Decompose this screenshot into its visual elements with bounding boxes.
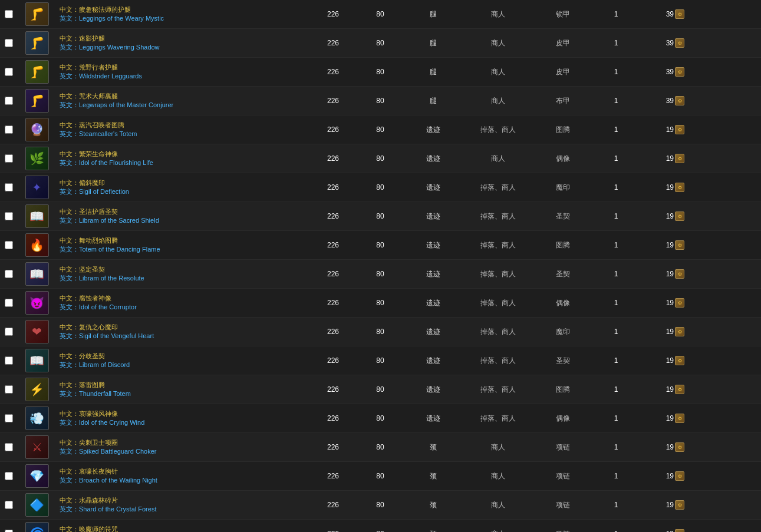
checkbox-input-11[interactable] bbox=[5, 299, 13, 307]
price-number-4: 39 bbox=[666, 97, 674, 105]
row-checkbox-18[interactable] bbox=[0, 500, 18, 510]
item-name-zh-7: 中文：偏斜魔印 bbox=[60, 179, 105, 187]
item-type-10: 圣契 bbox=[533, 268, 592, 280]
item-icon-13: 📖 bbox=[18, 348, 56, 374]
item-name-en-9: 英文：Totem of the Dancing Flame bbox=[60, 245, 160, 254]
row-checkbox-16[interactable] bbox=[0, 442, 18, 452]
item-name-8: 中文：圣洁护盾圣契 英文：Libram of the Sacred Shield bbox=[56, 206, 309, 226]
currency-icon-12: ⚙ bbox=[675, 327, 684, 336]
item-name-zh-8: 中文：圣洁护盾圣契 bbox=[60, 207, 118, 216]
price-number-9: 19 bbox=[666, 241, 674, 249]
row-checkbox-8[interactable] bbox=[0, 211, 18, 222]
item-type-3: 皮甲 bbox=[533, 66, 592, 78]
row-checkbox-17[interactable] bbox=[0, 471, 18, 481]
item-name-15: 中文：哀嚎强风神像 英文：Idol of the Crying Wind bbox=[56, 408, 309, 428]
item-name-9: 中文：舞动烈焰图腾 英文：Totem of the Dancing Flame bbox=[56, 235, 309, 255]
icon-image-3: 🦵 bbox=[25, 60, 49, 84]
checkbox-input-12[interactable] bbox=[5, 328, 13, 336]
item-type-11: 偶像 bbox=[533, 297, 592, 309]
item-name-zh-10: 中文：坚定圣契 bbox=[60, 265, 105, 274]
row-checkbox-7[interactable] bbox=[0, 182, 18, 193]
item-name-en-18: 英文：Shard of the Crystal Forest bbox=[60, 505, 156, 514]
item-type-18: 项链 bbox=[533, 499, 592, 511]
item-slot-14: 遗迹 bbox=[404, 384, 463, 396]
item-name-14: 中文：落雷图腾 英文：Thunderfall Totem bbox=[56, 379, 309, 399]
checkbox-input-1[interactable] bbox=[5, 10, 13, 18]
icon-image-14: ⚡ bbox=[25, 378, 49, 401]
price-number-15: 19 bbox=[666, 414, 674, 422]
icon-image-4: 🦵 bbox=[25, 89, 49, 113]
currency-icon-9: ⚙ bbox=[675, 240, 684, 250]
icon-image-6: 🌿 bbox=[25, 147, 49, 170]
checkbox-input-6[interactable] bbox=[5, 154, 13, 163]
item-ilvl-11: 226 bbox=[309, 298, 357, 308]
item-req-1: 80 bbox=[357, 9, 404, 19]
item-ilvl-12: 226 bbox=[309, 326, 357, 337]
row-checkbox-2[interactable] bbox=[0, 38, 18, 48]
item-icon-2: 🦵 bbox=[18, 30, 56, 56]
item-name-en-5: 英文：Steamcaller's Totem bbox=[60, 130, 137, 138]
row-checkbox-3[interactable] bbox=[0, 67, 18, 77]
item-name-en-2: 英文：Leggings Wavering Shadow bbox=[60, 43, 160, 52]
row-checkbox-4[interactable] bbox=[0, 95, 18, 106]
price-number-17: 19 bbox=[666, 472, 674, 480]
checkbox-input-16[interactable] bbox=[5, 443, 13, 451]
item-req-4: 80 bbox=[357, 95, 404, 106]
price-number-18: 19 bbox=[666, 501, 674, 509]
item-req-7: 80 bbox=[357, 182, 404, 193]
row-checkbox-14[interactable] bbox=[0, 384, 18, 395]
table-row: ⚡ 中文：落雷图腾 英文：Thunderfall Totem 226 80 遗迹… bbox=[0, 375, 761, 404]
table-row: 🦵 中文：咒术大师裹腿 英文：Legwraps of the Master Co… bbox=[0, 87, 761, 115]
item-slot-15: 遗迹 bbox=[404, 412, 463, 425]
currency-icon-14: ⚙ bbox=[675, 385, 684, 394]
item-icon-6: 🌿 bbox=[18, 146, 56, 171]
item-count-11: 1 bbox=[592, 298, 640, 308]
row-checkbox-5[interactable] bbox=[0, 124, 18, 135]
item-slot-17: 颈 bbox=[404, 470, 463, 483]
item-type-2: 皮甲 bbox=[533, 37, 592, 49]
row-checkbox-1[interactable] bbox=[0, 9, 18, 19]
item-count-18: 1 bbox=[592, 500, 640, 510]
item-price-3: 39 ⚙ bbox=[640, 66, 687, 78]
item-source-4: 商人 bbox=[463, 95, 533, 107]
item-name-en-12: 英文：Sigil of the Vengeful Heart bbox=[60, 332, 154, 341]
item-count-8: 1 bbox=[592, 211, 640, 222]
row-checkbox-10[interactable] bbox=[0, 269, 18, 279]
currency-icon-6: ⚙ bbox=[675, 154, 684, 163]
checkbox-input-19[interactable] bbox=[5, 530, 13, 532]
row-checkbox-19[interactable] bbox=[0, 528, 18, 532]
row-checkbox-13[interactable] bbox=[0, 355, 18, 366]
checkbox-input-15[interactable] bbox=[5, 414, 13, 422]
item-price-12: 19 ⚙ bbox=[640, 326, 687, 338]
checkbox-input-14[interactable] bbox=[5, 385, 13, 394]
checkbox-input-5[interactable] bbox=[5, 125, 13, 134]
checkbox-input-7[interactable] bbox=[5, 183, 13, 191]
row-checkbox-11[interactable] bbox=[0, 298, 18, 308]
checkbox-input-2[interactable] bbox=[5, 39, 13, 47]
row-checkbox-6[interactable] bbox=[0, 153, 18, 164]
row-checkbox-9[interactable] bbox=[0, 240, 18, 250]
checkbox-input-17[interactable] bbox=[5, 472, 13, 480]
item-price-16: 19 ⚙ bbox=[640, 441, 687, 453]
item-icon-12: ❤ bbox=[18, 319, 56, 345]
checkbox-input-4[interactable] bbox=[5, 97, 13, 105]
item-name-zh-18: 中文：水晶森林碎片 bbox=[60, 496, 118, 505]
item-price-5: 19 ⚙ bbox=[640, 124, 687, 136]
checkbox-input-10[interactable] bbox=[5, 270, 13, 278]
checkbox-input-18[interactable] bbox=[5, 501, 13, 509]
checkbox-input-3[interactable] bbox=[5, 68, 13, 76]
price-number-16: 19 bbox=[666, 443, 674, 451]
item-count-7: 1 bbox=[592, 182, 640, 193]
row-checkbox-12[interactable] bbox=[0, 326, 18, 337]
checkbox-input-8[interactable] bbox=[5, 212, 13, 220]
item-ilvl-10: 226 bbox=[309, 269, 357, 279]
item-name-zh-2: 中文：迷影护腿 bbox=[60, 34, 105, 43]
checkbox-input-13[interactable] bbox=[5, 356, 13, 365]
price-number-8: 19 bbox=[666, 212, 674, 220]
item-type-13: 圣契 bbox=[533, 355, 592, 367]
row-checkbox-15[interactable] bbox=[0, 413, 18, 424]
price-number-14: 19 bbox=[666, 385, 674, 394]
item-req-16: 80 bbox=[357, 442, 404, 452]
checkbox-input-9[interactable] bbox=[5, 241, 13, 249]
item-name-zh-14: 中文：落雷图腾 bbox=[60, 381, 105, 389]
